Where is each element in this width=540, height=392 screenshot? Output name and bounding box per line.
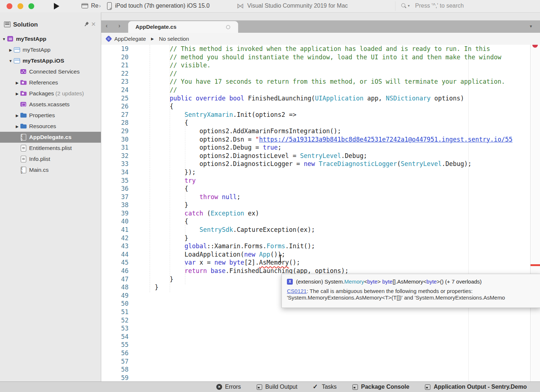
- line-number[interactable]: 38: [101, 201, 129, 209]
- navigate-back-button[interactable]: ‹: [106, 22, 108, 29]
- code-text[interactable]: options2.AddXamarinFormsIntegration();: [129, 127, 341, 135]
- disclosure-arrow[interactable]: ▶: [14, 124, 20, 128]
- line-number[interactable]: 32: [101, 152, 129, 160]
- sidebar-item-connected-services[interactable]: Connected Services: [0, 66, 101, 77]
- code-text[interactable]: SentrySdk.CaptureException(ex);: [129, 226, 315, 234]
- close-window-button[interactable]: [7, 3, 12, 9]
- close-icon[interactable]: ✕: [91, 21, 96, 28]
- code-text[interactable]: [129, 300, 140, 308]
- pin-icon[interactable]: [83, 21, 90, 28]
- navigate-forward-button[interactable]: ›: [118, 22, 121, 29]
- code-text[interactable]: options2.Dsn = "https://5a193123a9b841bc…: [129, 135, 513, 144]
- code-text[interactable]: var x = new byte[2].AsMemory();: [129, 258, 300, 267]
- code-editor[interactable]: 19 // This method is invoked when the ap…: [101, 45, 540, 381]
- line-number[interactable]: 22: [101, 70, 129, 78]
- disclosure-arrow[interactable]: ▼: [1, 37, 7, 41]
- code-text[interactable]: options2.Debug = true;: [129, 143, 281, 152]
- line-number[interactable]: 40: [101, 217, 129, 226]
- line-number[interactable]: 42: [101, 234, 129, 242]
- sidebar-item-mytestapp[interactable]: ▼myTestApp: [0, 33, 101, 44]
- code-text[interactable]: }: [129, 234, 188, 242]
- sidebar-item-entitlements-plist[interactable]: Entitlements.plist: [0, 143, 101, 154]
- code-text[interactable]: }: [129, 275, 173, 284]
- line-number[interactable]: 25: [101, 94, 129, 103]
- code-text[interactable]: throw null;: [129, 193, 240, 201]
- bottom-pad-build-output[interactable]: Build Output: [256, 384, 297, 390]
- line-number[interactable]: 27: [101, 111, 129, 119]
- disclosure-arrow[interactable]: ▶: [14, 81, 20, 85]
- line-number[interactable]: 51: [101, 308, 129, 316]
- code-text[interactable]: SentryXamarin.Init(options2 =>: [129, 111, 296, 119]
- code-text[interactable]: [129, 333, 140, 341]
- bottom-pad-package-console[interactable]: Package Console: [352, 384, 410, 390]
- search-input[interactable]: Press '^,' to search: [415, 3, 464, 9]
- line-number[interactable]: 48: [101, 283, 129, 292]
- device-selector[interactable]: iPod touch (7th generation) iOS 15.0: [115, 3, 210, 9]
- code-text[interactable]: {: [129, 217, 188, 226]
- line-number[interactable]: 26: [101, 102, 129, 111]
- line-number[interactable]: 57: [101, 357, 129, 366]
- code-text[interactable]: [129, 316, 140, 325]
- sidebar-item-main-cs[interactable]: Main.cs: [0, 165, 101, 175]
- sidebar-item-properties[interactable]: ▶Properties: [0, 110, 101, 121]
- code-text[interactable]: // visible.: [129, 61, 210, 70]
- code-text[interactable]: // method you should instantiate the win…: [129, 53, 501, 62]
- line-number[interactable]: 28: [101, 119, 129, 127]
- code-text[interactable]: //: [129, 86, 177, 94]
- disclosure-arrow[interactable]: ▶: [8, 48, 13, 52]
- line-number[interactable]: 31: [101, 143, 129, 152]
- code-text[interactable]: {: [129, 102, 173, 111]
- line-number[interactable]: 47: [101, 275, 129, 284]
- run-button[interactable]: [54, 3, 59, 9]
- code-text[interactable]: // You have 17 seconds to return from th…: [129, 78, 505, 86]
- code-text[interactable]: [129, 357, 140, 366]
- code-text[interactable]: [129, 341, 140, 349]
- code-text[interactable]: //: [129, 70, 177, 78]
- line-number[interactable]: 50: [101, 300, 129, 308]
- line-number[interactable]: 59: [101, 374, 129, 381]
- disclosure-arrow[interactable]: ▶: [14, 92, 20, 96]
- line-number[interactable]: 29: [101, 127, 129, 135]
- code-text[interactable]: try: [129, 177, 196, 185]
- sidebar-item-info-plist[interactable]: Info.plist: [0, 154, 101, 165]
- sidebar-item-mytestapp-ios[interactable]: ▼myTestApp.iOS: [0, 55, 101, 66]
- configuration-selector[interactable]: Re: [91, 3, 98, 9]
- code-text[interactable]: {: [129, 185, 188, 193]
- line-number[interactable]: 19: [101, 45, 129, 53]
- zoom-window-button[interactable]: [28, 3, 34, 9]
- breadcrumb-selection[interactable]: No selection: [159, 36, 189, 42]
- code-text[interactable]: LoadApplication(new App());: [129, 250, 285, 259]
- code-text[interactable]: catch (Exception ex): [129, 209, 259, 218]
- code-text[interactable]: global::Xamarin.Forms.Forms.Init();: [129, 242, 315, 250]
- bottom-pad-tasks[interactable]: Tasks: [313, 384, 337, 390]
- code-text[interactable]: }: [129, 201, 188, 209]
- error-code-link[interactable]: CS0121: [287, 288, 307, 294]
- code-text[interactable]: [129, 374, 140, 381]
- code-text[interactable]: {: [129, 119, 188, 127]
- code-text[interactable]: // This method is invoked when the appli…: [129, 45, 490, 53]
- line-number[interactable]: 41: [101, 226, 129, 234]
- line-number[interactable]: 58: [101, 365, 129, 374]
- line-number[interactable]: 54: [101, 333, 129, 341]
- scrollbar[interactable]: [530, 45, 540, 381]
- code-text[interactable]: });: [129, 168, 196, 177]
- disclosure-arrow[interactable]: ▶: [14, 114, 20, 118]
- code-text[interactable]: [129, 365, 140, 374]
- code-text[interactable]: options2.DiagnosticLogger = new TraceDia…: [129, 160, 472, 168]
- tab-list-chevron-icon[interactable]: ▾: [530, 24, 532, 29]
- line-number[interactable]: 36: [101, 185, 129, 193]
- line-number[interactable]: 24: [101, 86, 129, 94]
- minimize-window-button[interactable]: [17, 3, 23, 9]
- line-number[interactable]: 56: [101, 349, 129, 357]
- bottom-pad-application-output-sentry-demo[interactable]: Application Output - Sentry.Demo: [425, 384, 527, 390]
- code-text[interactable]: }: [129, 283, 158, 292]
- line-number[interactable]: 52: [101, 316, 129, 325]
- code-text[interactable]: [129, 308, 140, 316]
- line-number[interactable]: 37: [101, 193, 129, 201]
- code-text[interactable]: options2.DiagnosticLevel = SentryLevel.D…: [129, 152, 367, 160]
- line-number[interactable]: 53: [101, 324, 129, 333]
- line-number[interactable]: 35: [101, 177, 129, 185]
- bottom-pad-errors[interactable]: Errors: [216, 384, 241, 390]
- line-number[interactable]: 30: [101, 135, 129, 144]
- error-indicator-icon[interactable]: [532, 45, 538, 48]
